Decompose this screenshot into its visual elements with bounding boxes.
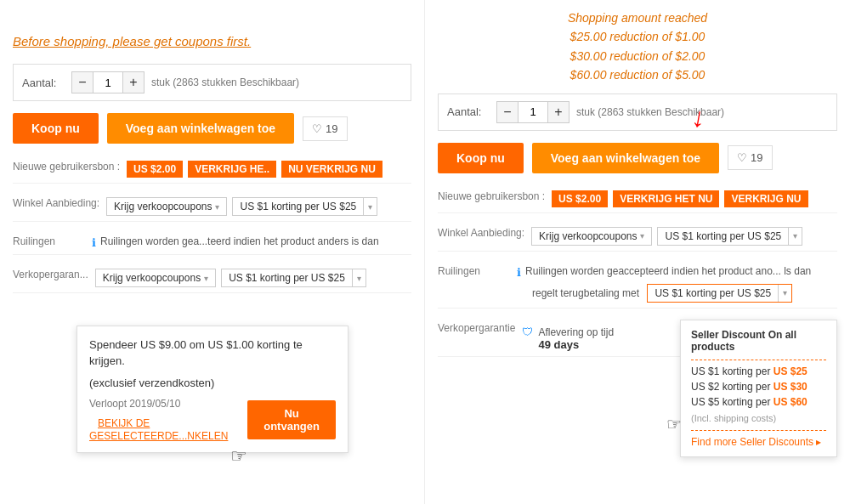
ruilingen-content-right: ℹ Ruilingen worden geaccepteerd indien h… xyxy=(517,265,837,303)
winkel-label-right: Winkel Aanbieding: xyxy=(438,227,524,241)
korting-dropdown-left[interactable]: US $1 korting per US $25 ▾ xyxy=(232,197,377,216)
guarantee-text-right: Aflevering op tijd 49 days xyxy=(538,326,614,351)
verkopers-row-left: Verkopergaran... Krijg verkoopcoupons ▾ … xyxy=(13,263,411,293)
korting-active-label-right: US $1 korting per US $25 xyxy=(648,285,779,302)
qty-input-left[interactable] xyxy=(93,72,123,93)
popup-footer-left: Verloopt 2019/05/10 BEKIJK DE GESELECTEE… xyxy=(89,398,336,442)
delivery-label-right: Aflevering op tijd xyxy=(538,326,614,338)
popup-coupon-left: Spendeer US $9.00 om US $1.00 korting te… xyxy=(76,326,348,454)
seller-discount-dropdown: Seller Discount On all products US $1 ko… xyxy=(680,320,837,457)
annotation-right: Shopping amount reached $25.00 reduction… xyxy=(438,8,837,85)
winkel-row-left: Winkel Aanbieding: Krijg verkoopcoupons … xyxy=(13,192,411,222)
wishlist-button-left[interactable]: ♡ 19 xyxy=(303,116,347,141)
annotation-right-line4: $60.00 reduction of $5.00 xyxy=(438,65,837,84)
dropdown-divider1 xyxy=(691,360,826,360)
korting-active-dropdown-right[interactable]: US $1 korting per US $25 ▾ xyxy=(647,284,792,303)
aantal-label-right: Aantal: xyxy=(447,105,490,118)
dropdown-item2: US $2 korting per US $30 xyxy=(691,381,826,393)
coupon-btn-left[interactable]: Krijg verkoopcoupons ▾ xyxy=(106,197,227,216)
korting-arrow2-left: ▾ xyxy=(353,271,366,286)
nieuwe-label-right: Nieuwe gebruikersbon : xyxy=(438,190,545,204)
cursor-hand-right: ☞ xyxy=(666,414,682,434)
qty-minus-left[interactable]: − xyxy=(72,72,93,93)
qty-controls-left: − + xyxy=(71,71,144,93)
chevron2-icon-left: ▾ xyxy=(204,274,208,283)
aantal-label-left: Aantal: xyxy=(22,76,65,89)
popup-expiry-group: Verloopt 2019/05/10 BEKIJK DE GESELECTEE… xyxy=(89,398,247,442)
dropdown-item3-label: US $5 korting per xyxy=(691,396,770,408)
winkel-row-right: Winkel Aanbieding: Krijg verkoopcoupons … xyxy=(438,222,837,252)
coupon-btn2-left[interactable]: Krijg verkoopcoupons ▾ xyxy=(95,269,216,287)
dropdown-item2-value: US $30 xyxy=(774,381,808,393)
ruilingen-label-right: Ruilingen xyxy=(438,265,510,279)
badge-verkrijg2-left: NU VERKRIJG NU xyxy=(281,161,382,178)
left-panel: Before shopping, please get coupons firs… xyxy=(0,0,425,504)
shield-icon-right: 🛡 xyxy=(522,326,533,338)
coupon-label-right: Krijg verkoopcoupons xyxy=(539,230,637,242)
qty-input-right[interactable] xyxy=(518,102,548,122)
aantal-row-right: Aantal: − + stuk (2863 stukken Beschikba… xyxy=(438,93,837,131)
badge-verkrijg2-right: VERKRIJG NU xyxy=(724,190,808,207)
badge-verkrijg1-right: VERKRIJG HET NU xyxy=(613,190,719,207)
chevron-icon-right: ▾ xyxy=(640,231,644,241)
qty-plus-left[interactable]: + xyxy=(123,72,144,93)
dropdown-note: (Incl. shipping costs) xyxy=(691,413,826,423)
nieuwe-content-right: US $2.00 VERKRIJG HET NU VERKRIJG NU xyxy=(552,190,837,207)
wishlist-count-right: 19 xyxy=(751,151,762,164)
days-label-right: 49 days xyxy=(538,338,579,351)
find-more-text: Find more Seller Discounts ▸ xyxy=(691,436,821,448)
info-icon-left: ℹ xyxy=(92,236,96,249)
korting-arrow-right: ▾ xyxy=(789,229,802,243)
main-container: Before shopping, please get coupons firs… xyxy=(0,0,850,504)
ruilingen-label-left: Ruilingen xyxy=(13,235,85,249)
chevron-icon-left: ▾ xyxy=(215,202,219,212)
dropdown-item3: US $5 korting per US $60 xyxy=(691,396,826,408)
buttons-row-left: Koop nu Voeg aan winkelwagen toe ♡ 19 xyxy=(13,113,411,144)
badge-us2-left: US $2.00 xyxy=(127,161,183,178)
dropdown-title: Seller Discount On all products xyxy=(691,329,826,353)
heart-icon-left: ♡ xyxy=(312,122,322,135)
verkopers-content-left: Krijg verkoopcoupons ▾ US $1 korting per… xyxy=(95,269,411,287)
dropdown-find-more[interactable]: Find more Seller Discounts ▸ xyxy=(691,436,826,448)
ontvangen-button-left[interactable]: Nu ontvangen xyxy=(247,400,336,439)
ruilingen-text2-right: regelt terugbetaling met xyxy=(532,287,639,299)
voeg-button-right[interactable]: Voeg aan winkelwagen toe xyxy=(532,143,719,173)
koop-nu-button-left[interactable]: Koop nu xyxy=(13,113,99,144)
ruilingen-desc-right: Ruilingen worden geaccepteerd indien het… xyxy=(525,265,811,277)
annotation-right-line3: $30.00 reduction of $2.00 xyxy=(438,47,837,65)
aantal-row-left: Aantal: − + stuk (2863 stukken Beschikba… xyxy=(13,64,411,101)
popup-note-left: (exclusief verzendkosten) xyxy=(89,375,336,392)
coupon-btn-right[interactable]: Krijg verkoopcoupons ▾ xyxy=(531,227,652,246)
heart-icon-right: ♡ xyxy=(737,151,747,164)
dropdown-item3-value: US $60 xyxy=(774,396,808,408)
korting-label-right: US $1 korting per US $25 xyxy=(658,228,789,245)
ruilingen-text-left: ℹ Ruilingen worden gea...teerd indien he… xyxy=(92,235,379,249)
korting-dropdown2-left[interactable]: US $1 korting per US $25 ▾ xyxy=(221,269,366,287)
wishlist-button-right[interactable]: ♡ 19 xyxy=(728,145,772,170)
qty-minus-right[interactable]: − xyxy=(497,102,518,122)
korting-label2-left: US $1 korting per US $25 xyxy=(222,269,353,286)
verkopers-label-left: Verkopergaran... xyxy=(13,269,88,282)
nieuwe-row-right: Nieuwe gebruikersbon : US $2.00 VERKRIJG… xyxy=(438,185,837,213)
winkel-content-right: Krijg verkoopcoupons ▾ US $1 korting per… xyxy=(531,227,837,246)
korting-dropdown-right[interactable]: US $1 korting per US $25 ▾ xyxy=(657,227,802,246)
ruilingen-row-left: Ruilingen ℹ Ruilingen worden gea...teerd… xyxy=(13,230,411,255)
badge-verkrijg1-left: VERKRIJG HE.. xyxy=(188,161,276,178)
korting-arrow-left: ▾ xyxy=(364,200,377,214)
qty-plus-right[interactable]: + xyxy=(548,102,569,122)
popup-expiry-left: Verloopt 2019/05/10 xyxy=(89,398,247,410)
koop-nu-button-right[interactable]: Koop nu xyxy=(438,143,524,173)
popup-text-left: Spendeer US $9.00 om US $1.00 korting te… xyxy=(89,337,336,370)
dropdown-divider2 xyxy=(691,430,826,431)
ruilingen-desc-left: Ruilingen worden gea...teerd indien het … xyxy=(100,235,379,247)
popup-link-left[interactable]: BEKIJK DE GESELECTEERDE...NKELEN xyxy=(89,417,228,442)
winkel-content-left: Krijg verkoopcoupons ▾ US $1 korting per… xyxy=(106,197,411,216)
voeg-button-left[interactable]: Voeg aan winkelwagen toe xyxy=(107,113,294,144)
coupon-label2-left: Krijg verkoopcoupons xyxy=(103,272,201,284)
nieuwe-label-left: Nieuwe gebruikersbon : xyxy=(13,161,120,174)
annotation-right-line2: $25.00 reduction of $1.00 xyxy=(438,27,837,46)
dropdown-item1-label: US $1 korting per xyxy=(691,365,770,377)
guarantee-row-right: 🛡 Aflevering op tijd 49 days xyxy=(522,326,614,351)
nieuwe-row-left: Nieuwe gebruikersbon : US $2.00 VERKRIJG… xyxy=(13,156,411,184)
buttons-row-right: Koop nu Voeg aan winkelwagen toe ♡ 19 xyxy=(438,143,837,173)
